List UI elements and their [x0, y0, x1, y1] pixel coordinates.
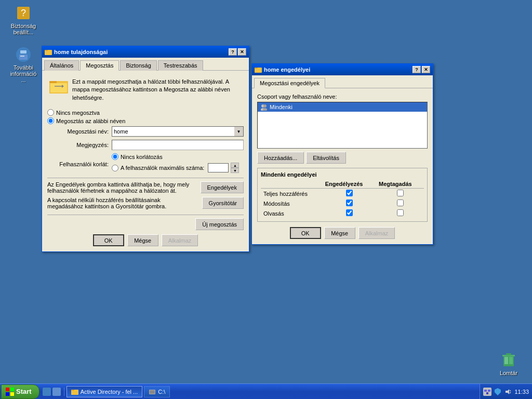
- max-users-input[interactable]: [208, 163, 229, 172]
- permissions-help-btn[interactable]: ?: [413, 66, 421, 73]
- properties-close-btn[interactable]: ✕: [238, 48, 246, 56]
- no-limit-radio-item[interactable]: Nincs korlátozás: [112, 153, 239, 160]
- taskbar: Start Active Directory - fel ... C:\: [0, 383, 532, 399]
- permissions-table-section: Mindenki engedélyei Engedélyezés Megtaga…: [257, 168, 428, 222]
- permissions-cancel-btn[interactable]: Mégse: [324, 227, 355, 239]
- properties-titlebar[interactable]: home tulajdonságai ? ✕: [42, 46, 249, 58]
- separator-2: [47, 215, 244, 215]
- perm-modify-deny[interactable]: [376, 198, 424, 208]
- clock: 11:33: [514, 389, 529, 395]
- permissions-tabs: Megosztási engedélyek: [252, 75, 433, 88]
- no-limit-label: Nincs korlátozás: [121, 154, 163, 160]
- properties-ok-btn[interactable]: OK: [93, 234, 124, 246]
- taskbar-folder-icon: [71, 388, 78, 395]
- permissions-bottom-buttons: OK Mégse Alkalmaz: [257, 227, 428, 239]
- permissions-close-btn[interactable]: ✕: [422, 66, 430, 73]
- properties-apply-btn[interactable]: Alkalmaz: [162, 234, 198, 246]
- permissions-titlebar-buttons: ? ✕: [413, 66, 430, 73]
- desktop-icon-trash[interactable]: Lomtár: [490, 350, 527, 378]
- perm-modify-allow[interactable]: [323, 198, 376, 208]
- info-icon: [15, 46, 32, 63]
- share-radio[interactable]: [47, 117, 54, 124]
- new-share-section: Új megosztás: [47, 218, 244, 230]
- perm-full-allow-cb[interactable]: [346, 190, 353, 196]
- max-users-radio-item[interactable]: A felhasználók maximális száma: ▲ ▼: [112, 163, 239, 173]
- perm-modify-label: Módosítás: [261, 198, 323, 208]
- perm-modify-deny-cb[interactable]: [397, 200, 404, 206]
- share-label: Megosztás az alábbi néven: [56, 118, 125, 124]
- permissions-title-icon: [255, 66, 262, 73]
- max-users-radio[interactable]: [112, 165, 118, 171]
- max-users-label: A felhasználók maximális száma:: [121, 165, 204, 171]
- svg-rect-24: [6, 388, 9, 391]
- perm-full-deny-cb[interactable]: [397, 190, 404, 196]
- svg-rect-33: [484, 390, 487, 392]
- col-deny-header: Megtagadás: [376, 180, 424, 189]
- tab-sharing[interactable]: Megosztás: [80, 60, 119, 71]
- taskbar-item-c[interactable]: C:\: [144, 386, 170, 397]
- sharing-tab-content: Ezt a mappát megoszthatja a hálózat több…: [42, 71, 249, 251]
- permissions-apply-btn[interactable]: Alkalmaz: [358, 227, 395, 239]
- new-share-btn[interactable]: Új megosztás: [195, 218, 244, 230]
- shield-icon: [495, 388, 501, 395]
- col-allow-header: Engedélyezés: [323, 180, 376, 189]
- perm-read-deny-cb[interactable]: [397, 209, 404, 216]
- perm-read-allow-cb[interactable]: [346, 209, 353, 216]
- svg-rect-4: [19, 55, 28, 60]
- spinner-down[interactable]: ▼: [231, 168, 239, 173]
- browser-icon[interactable]: [52, 388, 61, 396]
- desktop-icon-info[interactable]: További információ ...: [5, 44, 42, 85]
- group-user-text: Csoport vagy felhasználó neve:: [257, 94, 337, 100]
- tab-share-permissions[interactable]: Megosztási engedélyek: [254, 78, 325, 88]
- perm-full-deny[interactable]: [376, 189, 424, 199]
- security-icon: ?: [15, 5, 32, 21]
- no-share-radio[interactable]: [47, 109, 54, 116]
- network-icon: [484, 389, 490, 395]
- perm-modify-allow-cb[interactable]: [346, 200, 353, 206]
- perm-full-allow[interactable]: [323, 189, 376, 199]
- systray-volume-icon: [504, 388, 512, 396]
- volume-icon: [505, 389, 511, 395]
- svg-rect-3: [20, 50, 26, 54]
- tab-customize[interactable]: Testreszabás: [158, 60, 203, 71]
- taskbar-item-ad-label: Active Directory - fel ...: [81, 389, 138, 395]
- permissions-titlebar[interactable]: home engedélyei ? ✕: [252, 64, 433, 75]
- svg-point-21: [263, 104, 267, 108]
- add-btn[interactable]: Hozzáadás...: [257, 152, 304, 164]
- listbox-item-everyone[interactable]: Mindenki: [258, 102, 427, 112]
- share-name-input[interactable]: [112, 126, 234, 137]
- remove-btn[interactable]: Eltávolítás: [306, 152, 346, 164]
- ie-icon[interactable]: [43, 388, 51, 396]
- properties-help-btn[interactable]: ?: [229, 48, 237, 56]
- svg-rect-27: [10, 392, 14, 396]
- permissions-ok-btn[interactable]: OK: [290, 227, 321, 239]
- properties-cancel-btn[interactable]: Mégse: [127, 234, 158, 246]
- svg-rect-19: [255, 68, 258, 69]
- tab-security[interactable]: Biztonság: [120, 60, 156, 71]
- permissions-title-area: home engedélyei: [255, 66, 310, 73]
- permissions-window: home engedélyei ? ✕ Megosztási engedélye…: [251, 63, 433, 245]
- note-input[interactable]: [112, 140, 244, 150]
- svg-line-37: [510, 392, 511, 393]
- user-limit-options: Nincs korlátozás A felhasználók maximáli…: [112, 153, 239, 175]
- share-name-dropdown[interactable]: ▼: [234, 126, 244, 137]
- svg-rect-8: [509, 357, 513, 364]
- share-radio-item[interactable]: Megosztás az alábbi néven: [47, 117, 244, 124]
- desktop-icon-security[interactable]: ? Biztonság beállít...: [5, 3, 42, 37]
- users-listbox[interactable]: Mindenki: [257, 102, 428, 149]
- start-button[interactable]: Start: [1, 384, 39, 399]
- perm-read-allow[interactable]: [323, 208, 376, 218]
- spinner-up[interactable]: ▲: [231, 163, 239, 168]
- tab-general[interactable]: Általános: [44, 60, 79, 71]
- permissions-btn[interactable]: Engedélyek: [201, 181, 244, 193]
- sharing-info-box: Ezt a mappát megoszthatja a hálózat több…: [47, 76, 244, 104]
- systray: 11:33: [480, 384, 532, 399]
- cache-btn[interactable]: Gyorsítótár: [202, 197, 244, 209]
- taskbar-drive-icon: [149, 388, 156, 395]
- taskbar-item-ad[interactable]: Active Directory - fel ...: [66, 386, 143, 397]
- properties-title-area: home tulajdonságai: [45, 48, 108, 56]
- no-share-radio-item[interactable]: Nincs megosztva: [47, 109, 244, 116]
- no-limit-radio[interactable]: [112, 153, 118, 160]
- perm-read-deny[interactable]: [376, 208, 424, 218]
- properties-window: home tulajdonságai ? ✕ Általános Megoszt…: [42, 46, 249, 252]
